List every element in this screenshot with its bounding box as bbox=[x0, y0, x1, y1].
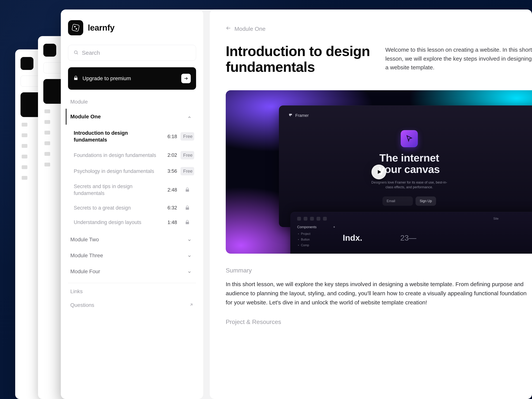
links-section-label: Links bbox=[68, 288, 196, 298]
lesson-hero: Introduction to design fundamentals Welc… bbox=[226, 44, 532, 75]
module-name: Module One bbox=[70, 114, 101, 120]
free-badge: Free bbox=[180, 167, 194, 175]
chevron-down-icon bbox=[187, 269, 191, 274]
module-row-one[interactable]: Module One bbox=[66, 109, 196, 125]
video-headline: The internet your canvas bbox=[379, 152, 440, 175]
arrow-left-icon bbox=[226, 25, 231, 32]
lesson-duration: 2:48 bbox=[166, 187, 177, 193]
svg-line-4 bbox=[77, 53, 78, 54]
brand-name: learnfy bbox=[88, 23, 114, 32]
video-editor-window: Site Components+ Project Button Comp bbox=[290, 212, 532, 254]
lesson-list: Introduction to design fundamentals 6:18… bbox=[68, 125, 196, 232]
editor-canvas-number: 23— bbox=[400, 234, 417, 242]
lock-icon bbox=[180, 220, 194, 225]
video-email-input: Email bbox=[382, 196, 413, 206]
lesson-duration: 6:32 bbox=[166, 205, 177, 211]
chevron-down-icon bbox=[187, 238, 191, 242]
lesson-title: Introduction to design fundamentals bbox=[226, 44, 370, 75]
components-panel-title: Components+ bbox=[297, 225, 335, 229]
lock-icon bbox=[73, 76, 78, 81]
link-questions[interactable]: Questions bbox=[68, 298, 196, 312]
resources-label: Project & Resources bbox=[226, 318, 532, 325]
svg-line-6 bbox=[190, 304, 192, 305]
module-name: Module Two bbox=[70, 237, 99, 243]
lesson-title: Psychology in design fundamentals bbox=[74, 168, 162, 175]
svg-point-3 bbox=[74, 51, 77, 54]
lesson-item[interactable]: Secrets and tips in design fundamentals … bbox=[68, 179, 196, 201]
video-brand: Framer bbox=[288, 113, 530, 118]
video-thumbnail[interactable]: Framer The internet your canvas Designer… bbox=[226, 90, 532, 254]
free-badge: Free bbox=[180, 132, 194, 141]
search-input-wrapper[interactable] bbox=[68, 45, 196, 61]
svg-rect-2 bbox=[76, 28, 77, 30]
editor-canvas-title: Indx. bbox=[343, 233, 362, 243]
brand-logo-icon bbox=[68, 20, 83, 35]
lesson-duration: 3:56 bbox=[166, 168, 177, 174]
chevron-down-icon bbox=[187, 253, 191, 258]
chevron-up-icon bbox=[187, 114, 191, 119]
summary-text: In this short lesson, we will explore th… bbox=[226, 280, 532, 307]
lesson-item[interactable]: Foundations in design fundamentals 2:02 … bbox=[68, 147, 196, 163]
divider bbox=[68, 283, 196, 283]
module-name: Module Four bbox=[70, 268, 100, 275]
app-window: learnfy Upgrade to premium Module Module… bbox=[61, 10, 532, 399]
svg-rect-0 bbox=[72, 24, 79, 32]
video-signup-form: Email Sign Up bbox=[382, 196, 436, 206]
svg-rect-1 bbox=[74, 26, 76, 27]
module-section-label: Module bbox=[68, 99, 196, 109]
breadcrumb-back[interactable]: Module One bbox=[226, 25, 532, 32]
cursor-icon bbox=[401, 130, 418, 147]
lock-icon bbox=[180, 205, 194, 210]
external-link-icon bbox=[189, 302, 193, 308]
summary-label: Summary bbox=[226, 267, 532, 274]
module-name: Module Three bbox=[70, 253, 103, 259]
lesson-duration: 2:02 bbox=[166, 152, 177, 158]
upgrade-button[interactable]: Upgrade to premium bbox=[68, 67, 196, 90]
brand[interactable]: learnfy bbox=[68, 20, 196, 35]
lesson-content: Module One Introduction to design fundam… bbox=[210, 10, 532, 399]
video-preview-window: Framer The internet your canvas Designer… bbox=[279, 105, 532, 227]
lesson-item[interactable]: Understanding design layouts 1:48 bbox=[68, 215, 196, 229]
video-brand-label: Framer bbox=[295, 113, 309, 118]
play-button[interactable] bbox=[371, 165, 386, 179]
lesson-title: Secrets and tips in design fundamentals bbox=[74, 183, 162, 197]
video-subtext: Designers love Framer for its ease of us… bbox=[369, 180, 449, 190]
lesson-duration: 1:48 bbox=[166, 219, 177, 225]
arrow-right-icon bbox=[181, 74, 191, 83]
link-label: Questions bbox=[70, 302, 94, 308]
lesson-item[interactable]: Psychology in design fundamentals 3:56 F… bbox=[68, 163, 196, 179]
sidebar: learnfy Upgrade to premium Module Module… bbox=[61, 10, 203, 399]
lock-icon bbox=[180, 187, 194, 192]
lesson-title: Foundations in design fundamentals bbox=[74, 152, 162, 159]
editor-site-label: Site bbox=[493, 217, 499, 220]
lesson-item[interactable]: Introduction to design fundamentals 6:18… bbox=[68, 126, 196, 147]
search-icon bbox=[74, 50, 78, 56]
upgrade-label: Upgrade to premium bbox=[82, 76, 131, 82]
video-signup-button: Sign Up bbox=[416, 196, 436, 206]
components-panel-items: Project Button Comp bbox=[297, 232, 335, 247]
lesson-item[interactable]: Secrets to a great design 6:32 bbox=[68, 201, 196, 215]
module-row-two[interactable]: Module Two bbox=[68, 232, 196, 247]
lesson-title: Introduction to design fundamentals bbox=[74, 130, 162, 143]
lesson-intro: Welcome to this lesson on creating a web… bbox=[385, 44, 532, 75]
free-badge: Free bbox=[180, 151, 194, 159]
lesson-title: Secrets to a great design bbox=[74, 204, 162, 211]
breadcrumb-label: Module One bbox=[234, 26, 266, 32]
module-row-four[interactable]: Module Four bbox=[68, 264, 196, 279]
search-input[interactable] bbox=[82, 50, 190, 56]
module-row-three[interactable]: Module Three bbox=[68, 247, 196, 264]
lesson-title: Understanding design layouts bbox=[74, 219, 162, 226]
lesson-duration: 6:18 bbox=[166, 133, 177, 139]
